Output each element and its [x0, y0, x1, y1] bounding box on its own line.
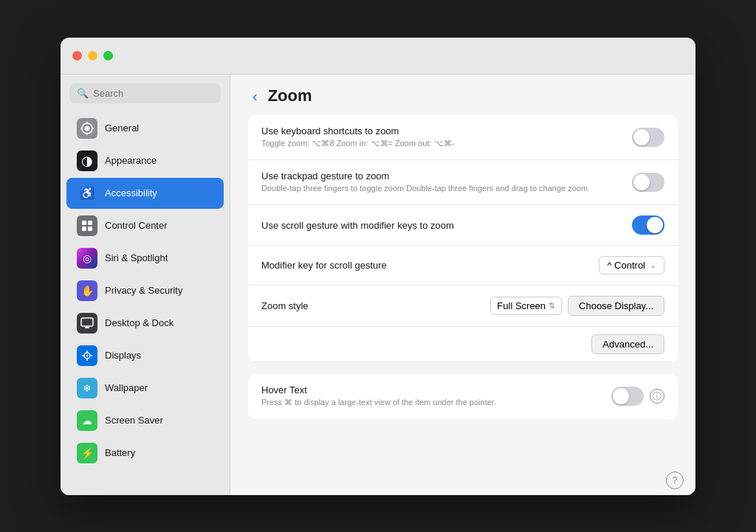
keyboard-shortcuts-knob — [633, 129, 650, 145]
hover-text-info: Hover Text Press ⌘ to display a large-te… — [261, 384, 602, 408]
sidebar-item-privacy[interactable]: ✋ Privacy & Security — [66, 275, 224, 306]
panel-footer: ? — [230, 466, 695, 495]
keyboard-shortcuts-toggle[interactable] — [632, 128, 664, 147]
privacy-icon: ✋ — [77, 280, 97, 301]
minimize-button[interactable] — [88, 51, 97, 61]
svg-point-13 — [86, 354, 89, 356]
hover-text-desc: Press ⌘ to display a large-text view of … — [261, 397, 602, 408]
trackpad-gesture-toggle[interactable] — [632, 173, 664, 192]
zoom-style-value: Full Screen — [497, 300, 546, 311]
hover-text-knob — [613, 388, 629, 404]
modifier-key-row: Modifier key for scroll gesture ^ Contro… — [248, 246, 678, 286]
svg-rect-8 — [82, 227, 86, 231]
modifier-key-title: Modifier key for scroll gesture — [261, 260, 387, 271]
modifier-key-dropdown[interactable]: ^ Control ⌄ — [599, 256, 664, 274]
zoom-style-title: Zoom style — [261, 300, 309, 311]
sidebar-label-accessibility: Accessibility — [105, 187, 157, 198]
sidebar-item-wallpaper[interactable]: ❄ Wallpaper — [66, 373, 224, 404]
search-input[interactable] — [93, 88, 213, 99]
close-button[interactable] — [72, 51, 82, 61]
svg-rect-11 — [85, 327, 89, 328]
help-button[interactable]: ? — [666, 471, 684, 489]
chevron-down-icon: ⌄ — [650, 260, 656, 270]
content-area: 🔍 General — [61, 75, 695, 495]
hover-text-toggle[interactable] — [611, 387, 644, 406]
keyboard-shortcuts-title: Use keyboard shortcuts to zoom — [261, 125, 623, 137]
sidebar-label-appearance: Appearance — [105, 155, 157, 166]
wallpaper-icon: ❄ — [77, 378, 97, 398]
sidebar-label-general: General — [105, 122, 139, 134]
desktop-icon — [77, 313, 97, 334]
hover-text-section: Hover Text Press ⌘ to display a large-te… — [248, 374, 678, 418]
hover-text-info-button[interactable]: ⓘ — [650, 389, 664, 404]
sidebar-item-control-center[interactable]: Control Center — [66, 210, 224, 241]
hover-text-title: Hover Text — [261, 384, 602, 395]
stepper-icon: ⇅ — [549, 301, 555, 311]
choose-display-button[interactable]: Choose Display... — [568, 296, 664, 316]
traffic-lights — [72, 51, 113, 61]
trackpad-gesture-row: Use trackpad gesture to zoom Double-tap … — [248, 160, 678, 205]
scroll-gesture-knob — [647, 217, 663, 233]
siri-icon: ◎ — [77, 248, 97, 269]
scroll-gesture-info: Use scroll gesture with modifier keys to… — [261, 220, 623, 231]
trackpad-gesture-knob — [633, 174, 650, 190]
sidebar-item-general[interactable]: General — [66, 113, 224, 144]
maximize-button[interactable] — [103, 51, 113, 61]
keyboard-shortcuts-row: Use keyboard shortcuts to zoom Toggle zo… — [248, 115, 678, 160]
main-panel: ‹ Zoom Use keyboard shortcuts to zoom To… — [230, 75, 695, 495]
control-center-icon — [77, 215, 97, 236]
sidebar-item-displays[interactable]: Displays — [66, 340, 224, 371]
modifier-key-value: ^ Control — [607, 260, 645, 271]
search-bar[interactable]: 🔍 — [69, 83, 221, 103]
search-icon: 🔍 — [77, 88, 89, 99]
sidebar-label-screensaver: Screen Saver — [105, 415, 163, 426]
hover-text-row: Hover Text Press ⌘ to display a large-te… — [248, 374, 678, 418]
panel-content: Use keyboard shortcuts to zoom Toggle zo… — [230, 115, 695, 466]
sidebar-item-screensaver[interactable]: ☁ Screen Saver — [66, 405, 224, 436]
sidebar-label-privacy: Privacy & Security — [105, 285, 182, 296]
advanced-row: Advanced... — [248, 327, 678, 362]
main-window: 🔍 General — [61, 38, 695, 495]
battery-icon: ⚡ — [77, 443, 97, 463]
keyboard-shortcuts-info: Use keyboard shortcuts to zoom Toggle zo… — [261, 125, 623, 149]
trackpad-gesture-info: Use trackpad gesture to zoom Double-tap … — [261, 170, 623, 194]
svg-point-0 — [85, 126, 89, 131]
sidebar-label-battery: Battery — [105, 447, 135, 458]
sidebar-label-siri: Siri & Spotlight — [105, 252, 168, 263]
screensaver-icon: ☁ — [77, 410, 97, 431]
zoom-style-row: Zoom style Full Screen ⇅ Choose Display.… — [248, 286, 678, 327]
svg-rect-6 — [82, 221, 86, 225]
sidebar: 🔍 General — [61, 75, 230, 495]
appearance-icon: ◑ — [77, 151, 97, 171]
sidebar-item-desktop[interactable]: Desktop & Dock — [66, 308, 224, 339]
sidebar-label-desktop: Desktop & Dock — [105, 317, 173, 328]
displays-icon — [77, 345, 97, 366]
panel-header: ‹ Zoom — [230, 75, 695, 115]
keyboard-shortcuts-desc: Toggle zoom: ⌥⌘8 Zoom in: ⌥⌘= Zoom out: … — [261, 138, 623, 149]
sidebar-label-control-center: Control Center — [105, 220, 168, 231]
scroll-gesture-row: Use scroll gesture with modifier keys to… — [248, 205, 678, 246]
general-icon — [77, 118, 97, 139]
svg-rect-7 — [88, 221, 92, 225]
zoom-settings-section: Use keyboard shortcuts to zoom Toggle zo… — [248, 115, 678, 363]
sidebar-label-displays: Displays — [105, 350, 141, 361]
scroll-gesture-toggle[interactable] — [632, 215, 664, 235]
advanced-button[interactable]: Advanced... — [591, 334, 664, 354]
scroll-gesture-title: Use scroll gesture with modifier keys to… — [261, 220, 623, 231]
zoom-style-controls: Full Screen ⇅ Choose Display... — [490, 296, 664, 316]
hover-controls: ⓘ — [611, 387, 664, 406]
accessibility-icon: ♿ — [77, 183, 97, 204]
sidebar-label-wallpaper: Wallpaper — [105, 382, 148, 393]
svg-rect-10 — [81, 318, 93, 326]
sidebar-item-accessibility[interactable]: ♿ Accessibility — [66, 178, 224, 209]
back-button[interactable]: ‹ — [248, 86, 262, 106]
panel-title: Zoom — [268, 86, 312, 106]
trackpad-gesture-desc: Double-tap three fingers to toggle zoom … — [261, 183, 623, 194]
titlebar — [61, 38, 695, 75]
zoom-style-stepper[interactable]: Full Screen ⇅ — [490, 297, 562, 315]
sidebar-item-siri[interactable]: ◎ Siri & Spotlight — [66, 243, 224, 274]
sidebar-item-battery[interactable]: ⚡ Battery — [66, 438, 224, 469]
svg-rect-9 — [88, 227, 92, 231]
sidebar-item-appearance[interactable]: ◑ Appearance — [66, 145, 224, 176]
trackpad-gesture-title: Use trackpad gesture to zoom — [261, 170, 623, 182]
